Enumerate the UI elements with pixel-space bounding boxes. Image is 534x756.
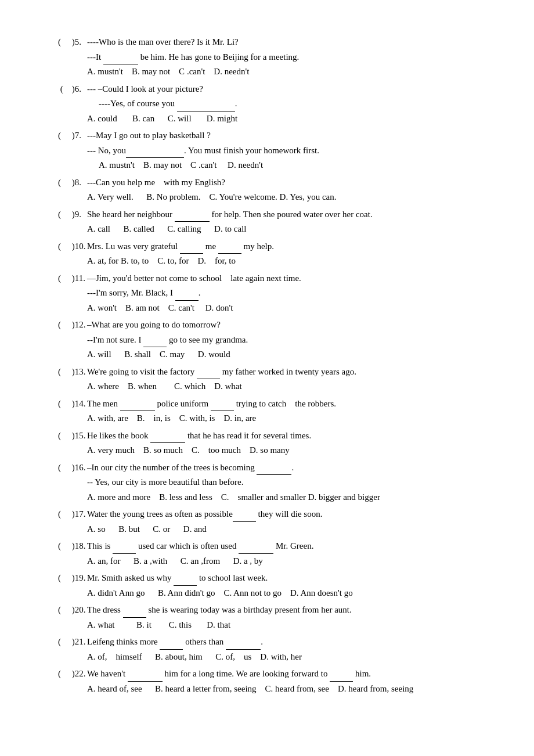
q5-line1: ( )5.----Who is the man over there? Is i… <box>58 35 488 50</box>
question-22: ( )22.We haven't him for a long time. We… <box>58 667 488 696</box>
q16-line2: -- Yes, our city is more beautiful than … <box>58 475 488 490</box>
q22-line1: ( )22.We haven't him for a long time. We… <box>58 667 488 682</box>
q22-options: A. heard of, see B. heard a letter from,… <box>58 682 488 697</box>
q6-line2: ----Yes, of course you . <box>58 96 488 111</box>
q5-options: A. mustn't B. may not C .can't D. needn'… <box>58 64 488 80</box>
q13-line1: ( )13.We're going to visit the factory m… <box>58 365 488 380</box>
q9-line1: ( )9.She heard her neighbour for help. T… <box>58 207 488 222</box>
q10-options: A. at, for B. to, to C. to, for D. for, … <box>58 254 488 269</box>
q21-line1: ( )21.Leifeng thinks more others than . <box>58 635 488 650</box>
q14-line1: ( )14.The men police uniform trying to c… <box>58 397 488 412</box>
question-12: ( )12.–What are you going to do tomorrow… <box>58 318 488 362</box>
q10-line1: ( )10.Mrs. Lu was very grateful me my he… <box>58 239 488 254</box>
question-5: ( )5.----Who is the man over there? Is i… <box>58 35 488 80</box>
question-6: ( )6.--- –Could I look at your picture? … <box>58 82 488 127</box>
question-15: ( )15.He likes the book that he has read… <box>58 429 488 458</box>
q20-line1: ( )20.The dress she is wearing today was… <box>58 603 488 618</box>
question-19: ( )19.Mr. Smith asked us why to school l… <box>58 571 488 600</box>
q18-line1: ( )18.This is used car which is often us… <box>58 539 488 554</box>
question-18: ( )18.This is used car which is often us… <box>58 539 488 568</box>
question-21: ( )21.Leifeng thinks more others than . … <box>58 635 488 664</box>
q8-options: A. Very well. B. No problem. C. You're w… <box>58 190 488 205</box>
q7-line2: --- No, you. You must finish your homewo… <box>58 143 488 159</box>
question-17: ( )17.Water the young trees as often as … <box>58 507 488 537</box>
q21-options: A. of, himself B. about, him C. of, us D… <box>58 650 488 665</box>
q13-options: A. where B. when C. which D. what <box>58 379 488 394</box>
q18-options: A. an, for B. a ,with C. an ,from D. a ,… <box>58 554 488 569</box>
q7-options: A. mustn't B. may not C .can't D. needn'… <box>58 158 488 173</box>
question-10: ( )10.Mrs. Lu was very grateful me my he… <box>58 239 488 269</box>
q17-options: A. so B. but C. or D. and <box>58 522 488 537</box>
q12-line1: ( )12.–What are you going to do tomorrow… <box>58 318 488 333</box>
question-9: ( )9.She heard her neighbour for help. T… <box>58 207 488 237</box>
q16-options: A. more and more B. less and less C. sma… <box>58 490 488 505</box>
question-11: ( )11.—Jim, you'd better not come to sch… <box>58 271 488 316</box>
q14-options: A. with, are B. in, is C. with, is D. in… <box>58 411 488 426</box>
question-20: ( )20.The dress she is wearing today was… <box>58 603 488 632</box>
q12-line2: --I'm not sure. I go to see my grandma. <box>58 333 488 348</box>
q19-options: A. didn't Ann go B. Ann didn't go C. Ann… <box>58 586 488 601</box>
q11-line2: ---I'm sorry, Mr. Black, I . <box>58 286 488 301</box>
q6-options: A. could B. can C. will D. might <box>58 111 488 127</box>
question-8: ( )8.---Can you help me with my English?… <box>58 175 488 205</box>
q20-options: A. what B. it C. this D. that <box>58 618 488 633</box>
question-13: ( )13.We're going to visit the factory m… <box>58 365 488 394</box>
exam-content: ( )5.----Who is the man over there? Is i… <box>58 35 488 696</box>
q8-line1: ( )8.---Can you help me with my English? <box>58 175 488 190</box>
q6-line1: ( )6.--- –Could I look at your picture? <box>58 82 488 97</box>
q7-line1: ( )7.---May I go out to play basketball … <box>58 128 488 143</box>
question-14: ( )14.The men police uniform trying to c… <box>58 397 488 426</box>
q17-line1: ( )17.Water the young trees as often as … <box>58 507 488 522</box>
q15-line1: ( )15.He likes the book that he has read… <box>58 429 488 444</box>
q11-line1: ( )11.—Jim, you'd better not come to sch… <box>58 271 488 286</box>
q19-line1: ( )19.Mr. Smith asked us why to school l… <box>58 571 488 586</box>
question-7: ( )7.---May I go out to play basketball … <box>58 128 488 173</box>
q16-line1: ( )16.–In our city the number of the tre… <box>58 460 488 476</box>
q9-options: A. call B. called C. calling D. to call <box>58 222 488 237</box>
q12-options: A. will B. shall C. may D. would <box>58 347 488 362</box>
question-16: ( )16.–In our city the number of the tre… <box>58 460 488 505</box>
q15-options: A. very much B. so much C. too much D. s… <box>58 443 488 458</box>
q5-line2: ---It be him. He has gone to Beijing for… <box>58 50 488 65</box>
q11-options: A. won't B. am not C. can't D. don't <box>58 301 488 316</box>
